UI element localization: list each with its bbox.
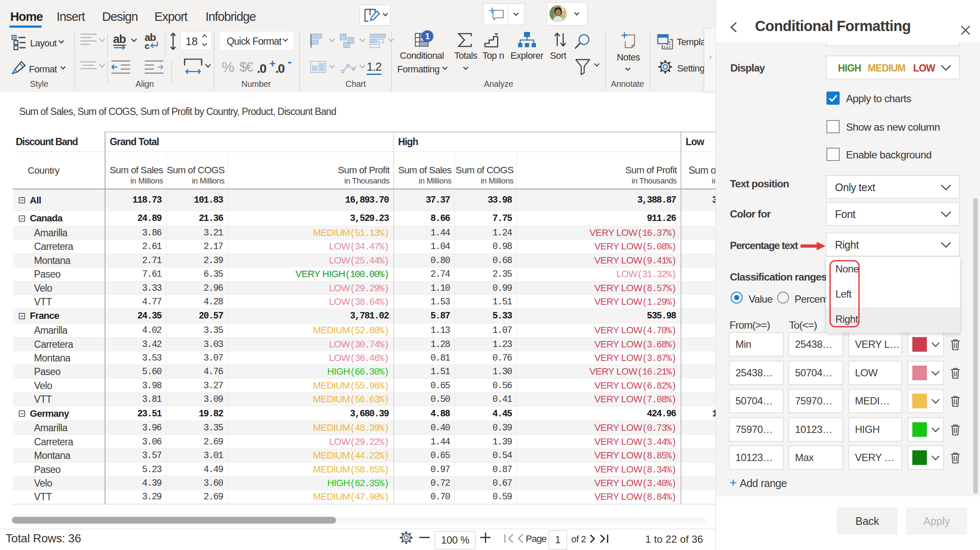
svg-text:1: 1 [425,32,430,41]
